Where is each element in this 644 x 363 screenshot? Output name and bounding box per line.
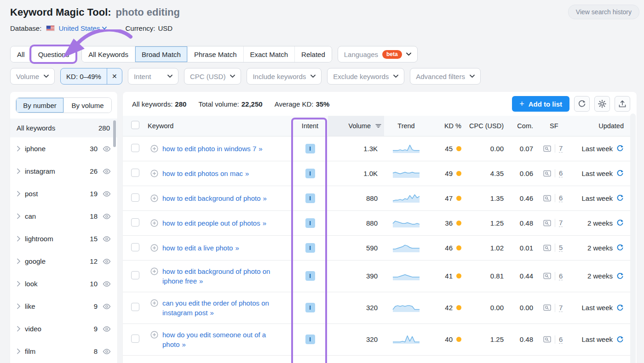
row-checkbox[interactable]: [131, 144, 139, 152]
sf-count-link[interactable]: 6: [559, 194, 563, 202]
serp-preview-icon[interactable]: [543, 244, 551, 251]
refresh-button[interactable]: [574, 96, 590, 112]
intent-badge-informational[interactable]: I: [305, 271, 315, 281]
keyword-link[interactable]: how to edit background of photo»: [162, 193, 267, 203]
keyword-link[interactable]: how to edit photos on mac»: [162, 169, 249, 178]
sf-count-link[interactable]: 7: [559, 144, 563, 153]
keyword-group-can[interactable]: can18: [10, 205, 117, 227]
keyword-group-film[interactable]: film8: [10, 340, 117, 363]
intent-badge-informational[interactable]: I: [305, 144, 315, 153]
col-kd[interactable]: KD %: [428, 116, 464, 136]
keyword-group-google[interactable]: google12: [10, 250, 117, 272]
serp-preview-icon[interactable]: [543, 220, 551, 227]
keyword-group-post[interactable]: post19: [10, 182, 117, 205]
all-keywords-group-header[interactable]: All keywords 280: [10, 119, 117, 137]
keyword-group-instagram[interactable]: instagram26: [10, 160, 117, 182]
tab-related[interactable]: Related: [294, 46, 332, 62]
col-intent[interactable]: Intent: [292, 116, 328, 136]
row-checkbox[interactable]: [131, 271, 139, 279]
intent-badge-informational[interactable]: I: [305, 169, 315, 178]
sf-count-link[interactable]: 7: [559, 219, 563, 227]
add-keyword-icon[interactable]: [150, 267, 158, 275]
intent-badge-informational[interactable]: I: [305, 193, 315, 203]
serp-preview-icon[interactable]: [543, 304, 551, 311]
toggle-by-number[interactable]: By number: [16, 98, 63, 113]
row-checkbox[interactable]: [131, 243, 139, 251]
database-selector[interactable]: United States: [58, 24, 107, 32]
sf-count-link[interactable]: 5: [559, 244, 563, 252]
tab-all[interactable]: All: [11, 46, 31, 62]
refresh-metrics-icon[interactable]: [616, 170, 624, 177]
expand-keyword-icon[interactable]: »: [245, 170, 249, 177]
eye-icon[interactable]: [103, 236, 111, 242]
col-trend[interactable]: Trend: [384, 116, 428, 136]
refresh-metrics-icon[interactable]: [616, 336, 624, 343]
eye-icon[interactable]: [103, 213, 111, 220]
eye-icon[interactable]: [103, 281, 111, 287]
filter-exclude-keywords[interactable]: Exclude keywords: [327, 68, 404, 85]
col-com[interactable]: Com.: [506, 116, 536, 136]
keyword-link[interactable]: how to edit photo in windows 7»: [162, 144, 263, 153]
sf-count-link[interactable]: 6: [559, 335, 563, 344]
sf-count-link[interactable]: 7: [559, 304, 563, 312]
languages-dropdown[interactable]: Languages beta: [338, 46, 418, 62]
eye-icon[interactable]: [103, 146, 111, 152]
eye-icon[interactable]: [103, 168, 111, 175]
keyword-link[interactable]: how to edit people out of photos»: [162, 218, 267, 228]
refresh-metrics-icon[interactable]: [616, 194, 624, 202]
expand-keyword-icon[interactable]: »: [263, 194, 267, 202]
serp-preview-icon[interactable]: [543, 145, 551, 152]
add-keyword-icon[interactable]: [150, 219, 158, 227]
row-checkbox[interactable]: [131, 193, 139, 202]
add-keyword-icon[interactable]: [150, 244, 158, 252]
keyword-group-video[interactable]: video9: [10, 318, 117, 340]
col-cpc[interactable]: CPC (USD): [464, 116, 506, 136]
keyword-group-like[interactable]: like9: [10, 295, 117, 318]
row-checkbox[interactable]: [131, 218, 139, 227]
refresh-metrics-icon[interactable]: [616, 244, 624, 251]
col-keyword[interactable]: Keyword: [144, 116, 292, 136]
tab-exact-match[interactable]: Exact Match: [243, 46, 295, 62]
col-sf[interactable]: SF: [536, 116, 575, 136]
refresh-metrics-icon[interactable]: [616, 304, 624, 312]
intent-badge-informational[interactable]: I: [305, 218, 315, 228]
table-scrollbar[interactable]: [630, 113, 636, 363]
keyword-link[interactable]: can you edit the order of photos on inst…: [162, 298, 289, 318]
serp-preview-icon[interactable]: [543, 195, 551, 202]
refresh-metrics-icon[interactable]: [616, 145, 624, 152]
filter-include-keywords[interactable]: Include keywords: [247, 68, 322, 85]
expand-keyword-icon[interactable]: »: [235, 244, 239, 252]
keyword-group-lightroom[interactable]: lightroom15: [10, 227, 117, 250]
eye-icon[interactable]: [103, 348, 111, 355]
tab-questions[interactable]: Questions: [31, 46, 76, 62]
expand-keyword-icon[interactable]: »: [199, 277, 203, 285]
row-checkbox[interactable]: [131, 169, 139, 177]
row-checkbox[interactable]: [131, 303, 139, 311]
filter-cpc-usd[interactable]: CPC (USD): [184, 68, 242, 85]
intent-badge-informational[interactable]: I: [305, 335, 315, 344]
eye-icon[interactable]: [103, 326, 111, 332]
export-button[interactable]: [615, 96, 630, 112]
filter-volume[interactable]: Volume: [10, 68, 55, 85]
eye-icon[interactable]: [103, 303, 111, 310]
tab-phrase-match[interactable]: Phrase Match: [187, 46, 243, 62]
add-keyword-icon[interactable]: [150, 299, 158, 307]
refresh-metrics-icon[interactable]: [616, 272, 624, 280]
toggle-by-volume[interactable]: By volume: [63, 98, 111, 113]
serp-preview-icon[interactable]: [543, 272, 551, 279]
add-keyword-icon[interactable]: [150, 145, 158, 153]
add-keyword-icon[interactable]: [150, 194, 158, 202]
refresh-metrics-icon[interactable]: [616, 219, 624, 227]
view-search-history-button[interactable]: View search history: [568, 5, 639, 19]
tab-all-keywords[interactable]: All Keywords: [82, 46, 135, 62]
intent-badge-informational[interactable]: I: [305, 303, 315, 312]
add-keyword-icon[interactable]: [150, 170, 158, 177]
settings-button[interactable]: [594, 96, 610, 112]
filter-advanced-filters[interactable]: Advanced filters: [410, 68, 481, 85]
sf-count-link[interactable]: 6: [559, 272, 563, 280]
serp-preview-icon[interactable]: [543, 170, 551, 177]
keyword-link[interactable]: how to edit a live photo»: [162, 243, 240, 253]
intent-badge-informational[interactable]: I: [305, 243, 315, 253]
select-all-checkbox[interactable]: [131, 121, 139, 129]
expand-keyword-icon[interactable]: »: [263, 219, 267, 227]
